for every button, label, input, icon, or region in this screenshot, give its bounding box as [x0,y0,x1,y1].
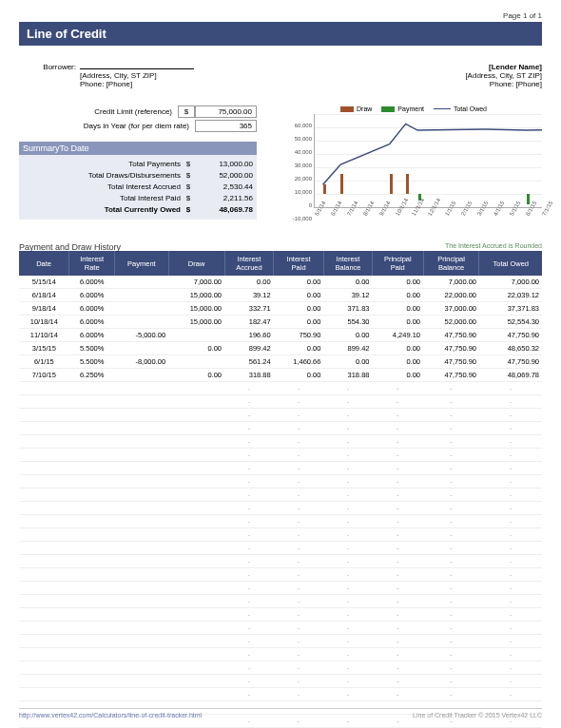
summary-row: Total Draws/Disbursements$52,000.00 [23,170,253,182]
lender-address: [Address, City, ST ZIP] [465,71,542,80]
chart-bar [390,174,393,194]
history-table: DateInterestRatePaymentDrawInterestAccru… [19,251,542,728]
chart-y-labels: 60,00050,00040,00030,00020,00010,0000-10… [285,119,312,225]
mid-section: Credit Limit (reference) $ 75,000.00 Day… [19,105,542,229]
table-row: ------ [19,382,542,395]
draw-swatch-icon [340,106,354,112]
chart-bar [340,174,343,194]
lender: [Lender Name] [Address, City, ST ZIP] Ph… [465,63,542,88]
col-header: InterestAccrued [224,251,274,276]
col-header: InterestRate [69,251,115,276]
col-header: InterestBalance [323,251,372,276]
days-value[interactable]: 365 [195,120,257,132]
table-row: ------ [19,528,542,542]
chart-area [314,114,542,208]
table-row: ------ [19,661,542,675]
table-row: ------ [19,515,542,528]
table-row: ------ [19,555,542,568]
summary-row: Total Interest Paid$2,211.56 [23,193,253,204]
left-mid: Credit Limit (reference) $ 75,000.00 Day… [19,105,257,220]
summary-row: Total Payments$13,000.00 [23,159,253,170]
days-row: Days in Year (for per diem rate) 365 [19,120,257,132]
party-block: Borrower: [Address, City, ST ZIP] Phone:… [19,63,542,88]
table-row: 5/15/146.000%7,000.000.000.000.000.007,0… [19,276,542,289]
col-header: PrincipalPaid [372,251,423,276]
table-row: 10/18/146.000%15,000.00182.470.00554.300… [19,316,542,329]
table-row: ------ [19,409,542,422]
col-header: Date [19,251,69,276]
table-row: ------ [19,449,542,462]
credit-limit-label: Credit Limit (reference) [94,107,172,116]
table-row: 3/15/155.500%0.00899.420.00899.420.0047,… [19,342,542,355]
credit-limit-currency: $ [178,105,195,118]
chart-bar [323,184,326,194]
page-number: Page 1 of 1 [19,11,542,20]
footer: http://www.vertex42.com/Calculators/line… [19,708,542,718]
legend-draw: Draw [340,105,372,112]
page-title: Line of Credit [19,22,542,46]
borrower-phone: Phone: [Phone] [80,80,132,88]
borrower: Borrower: [Address, City, ST ZIP] Phone:… [19,63,194,88]
table-row: ------ [19,435,542,449]
table-row: ------ [19,688,542,701]
chart-bar [527,194,530,204]
col-header: InterestPaid [274,251,324,276]
table-row: ------ [19,542,542,555]
line-swatch-icon [434,108,451,109]
table-row: 6/18/146.000%15,000.0039.120.0039.120.00… [19,289,542,302]
chart-legend: Draw Payment Total Owed [285,105,542,112]
summary-header: SummaryTo Date [19,142,257,155]
table-header-row: DateInterestRatePaymentDrawInterestAccru… [19,251,542,276]
credit-limit-row: Credit Limit (reference) $ 75,000.00 [19,105,257,118]
table-body: 5/15/146.000%7,000.000.000.000.000.007,0… [19,276,542,728]
credit-limit-value[interactable]: 75,000.00 [195,105,257,118]
page: Page 1 of 1 Line of Credit Borrower: [Ad… [0,0,561,728]
days-label: Days in Year (for per diem rate) [84,122,189,130]
lender-name: [Lender Name] [465,63,542,71]
table-row: ------ [19,648,542,661]
chart-x-labels: 5/1/146/1/147/1/148/1/149/1/1410/1/1411/… [314,208,542,220]
table-row: ------ [19,502,542,515]
footer-copyright: Line of Credit Tracker © 2015 Vertex42 L… [413,712,542,718]
summary-row: Total Currently Owed$48,069.78 [23,204,253,216]
table-row: ------ [19,489,542,502]
table-row: ------ [19,595,542,608]
table-row: 9/18/146.000%15,000.00332.710.00371.830.… [19,302,542,316]
summary-body: Total Payments$13,000.00Total Draws/Disb… [19,155,257,220]
table-row: ------ [19,395,542,409]
col-header: PrincipalBalance [423,251,479,276]
summary-row: Total Interest Accrued$2,530.44 [23,182,253,193]
content: Page 1 of 1 Line of Credit Borrower: [Ad… [0,0,561,728]
table-row: 6/1/155.500%-8,000.00561.241,460.660.000… [19,355,542,369]
chart-bar [406,174,409,194]
table-row: ------ [19,622,542,635]
col-header: Draw [168,251,224,276]
legend-payment: Payment [381,105,424,112]
borrower-label: Borrower: [19,63,76,71]
footer-url[interactable]: http://www.vertex42.com/Calculators/line… [19,712,202,718]
legend-total-owed: Total Owed [434,105,487,112]
payment-swatch-icon [381,106,395,112]
table-row: 11/10/146.000%-5,000.00196.60750.900.004… [19,329,542,342]
table-row: ------ [19,608,542,622]
table-row: 7/10/156.250%0.00318.880.00318.880.0047,… [19,369,542,382]
chart: Draw Payment Total Owed 60,00050,00040,0… [285,105,542,229]
lender-phone: Phone: [Phone] [465,80,542,88]
col-header: Total Owed [479,251,542,276]
chart-svg [315,114,542,207]
table-row: ------ [19,462,542,475]
table-row: ------ [19,635,542,648]
table-row: ------ [19,675,542,688]
table-row: ------ [19,568,542,582]
table-row: ------ [19,475,542,489]
table-row: ------ [19,422,542,435]
borrower-address: [Address, City, ST ZIP] [80,71,157,80]
col-header: Payment [115,251,168,276]
table-row: ------ [19,582,542,595]
